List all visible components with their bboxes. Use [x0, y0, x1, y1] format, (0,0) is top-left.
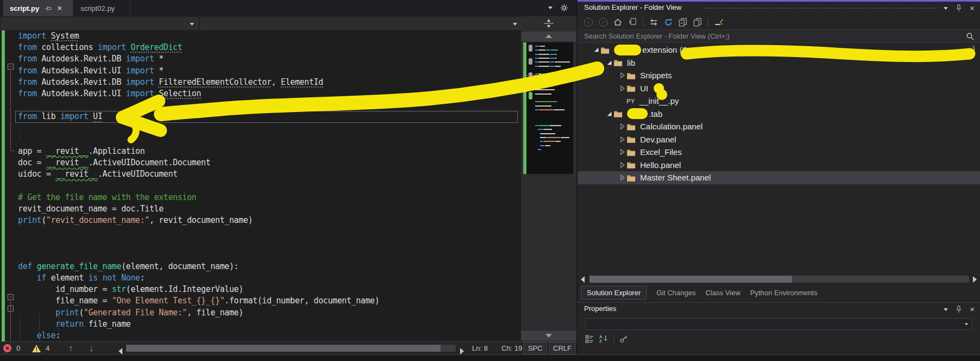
tree-item[interactable]: Snippets: [578, 69, 980, 82]
scrollbar-thumb[interactable]: [126, 345, 441, 352]
code-line[interactable]: print("Generated File Name:", file_name): [0, 307, 521, 319]
horizontal-scrollbar[interactable]: [126, 345, 456, 352]
code-line[interactable]: print("revit_document_name:", revit_docu…: [0, 215, 521, 226]
line-ending-indicator[interactable]: CRLF: [549, 342, 575, 354]
refresh-icon[interactable]: [664, 18, 673, 27]
minimap[interactable]: [523, 42, 573, 174]
tool-window-tab-class-view[interactable]: Class View: [705, 289, 740, 297]
close-tab-icon[interactable]: ×: [57, 4, 62, 12]
pin-icon[interactable]: [956, 4, 962, 12]
code-line[interactable]: else:: [0, 330, 521, 341]
code-line[interactable]: [0, 134, 521, 146]
solution-explorer-search[interactable]: Search Solution Explorer - Folder View (…: [578, 29, 980, 43]
code-line[interactable]: from Autodesk.Revit.DB import FilteredEl…: [0, 77, 521, 88]
code-line[interactable]: uidoc = __revit__.ActiveUIDocument: [0, 169, 521, 180]
code-editor[interactable]: import Systemfrom collections import Ord…: [0, 30, 521, 341]
tree-item[interactable]: UI: [578, 82, 980, 95]
close-icon[interactable]: ×: [970, 4, 975, 12]
home-icon[interactable]: [613, 18, 622, 26]
search-icon[interactable]: [966, 32, 975, 41]
editor-settings-gear-icon[interactable]: [560, 4, 568, 12]
tab-script02-py[interactable]: script02.py: [74, 0, 131, 16]
tool-window-tab-python-environments[interactable]: Python Environments: [750, 289, 817, 297]
show-all-files-icon[interactable]: [693, 18, 702, 27]
warning-icon[interactable]: !: [32, 342, 41, 354]
sync-with-active-document-icon[interactable]: [649, 18, 658, 26]
pin-icon[interactable]: [956, 306, 962, 313]
collapse-all-icon[interactable]: [679, 18, 687, 27]
fold-toggle-icon[interactable]: [8, 294, 14, 300]
code-line[interactable]: def generate_file_name(element, document…: [0, 261, 521, 272]
tree-item[interactable]: Hello.panel: [578, 159, 980, 172]
solution-explorer-title-bar[interactable]: Solution Explorer - Folder View ×: [578, 2, 980, 15]
tree-item[interactable]: extension (C: [578, 43, 980, 57]
code-line[interactable]: app = __revit__.Application: [0, 146, 521, 157]
nav-project-dropdown[interactable]: [1, 18, 198, 29]
tree-item[interactable]: lib: [578, 57, 980, 70]
tree-item[interactable]: PY__init__.py: [578, 95, 980, 108]
tree-item[interactable]: Dev.panel: [578, 133, 980, 146]
code-line[interactable]: return file_name: [0, 319, 521, 330]
code-line[interactable]: [0, 238, 521, 249]
collapsed-arrow-icon[interactable]: [618, 85, 627, 91]
tool-window-tab-solution-explorer[interactable]: Solution Explorer: [581, 286, 647, 300]
scroll-left-icon[interactable]: [581, 276, 585, 283]
split-editor-handle-icon[interactable]: [543, 19, 554, 28]
categorized-icon[interactable]: [585, 335, 594, 343]
scroll-right-icon[interactable]: [973, 276, 977, 283]
preview-selected-items-icon[interactable]: [715, 18, 723, 26]
tree-item[interactable]: .tab: [578, 108, 980, 121]
switch-views-icon[interactable]: [628, 18, 637, 26]
code-line[interactable]: [0, 180, 521, 191]
code-line[interactable]: [0, 250, 521, 261]
tree-item[interactable]: Excel_Files: [578, 146, 980, 159]
error-count[interactable]: ✕: [3, 342, 11, 354]
code-line[interactable]: [0, 226, 521, 238]
code-line[interactable]: [0, 99, 521, 111]
window-position-chevron-icon[interactable]: [944, 308, 948, 311]
collapsed-arrow-icon[interactable]: [618, 175, 627, 180]
alphabetical-sort-icon[interactable]: AZ: [599, 334, 608, 343]
collapsed-arrow-icon[interactable]: [618, 149, 627, 155]
window-position-chevron-icon[interactable]: [944, 7, 948, 10]
minimap-column[interactable]: [521, 16, 576, 341]
scrollbar-thumb[interactable]: [590, 276, 792, 283]
code-line[interactable]: import System: [0, 30, 521, 42]
indentation-indicator[interactable]: SPC: [523, 342, 547, 354]
code-line[interactable]: doc = __revit__.ActiveUIDocument.Documen…: [0, 157, 521, 169]
code-line[interactable]: from Autodesk.Revit.DB import *: [0, 53, 521, 65]
fold-toggle-icon[interactable]: [8, 64, 14, 70]
property-pages-key-icon[interactable]: [619, 335, 628, 343]
collapsed-arrow-icon[interactable]: [618, 72, 627, 78]
tab-script-py[interactable]: script.py ×: [3, 0, 73, 16]
properties-object-dropdown[interactable]: [585, 318, 972, 330]
nav-member-dropdown[interactable]: [200, 18, 521, 29]
code-line[interactable]: from lib import UI: [0, 111, 521, 122]
code-line[interactable]: revit_document_name = doc.Title: [0, 203, 521, 215]
code-line[interactable]: from Autodesk.Revit.UI import Selection: [0, 88, 521, 99]
tree-horizontal-scrollbar[interactable]: [578, 275, 980, 284]
back-button[interactable]: ‹: [584, 18, 593, 27]
pin-icon[interactable]: [45, 5, 52, 12]
code-line[interactable]: [0, 123, 521, 134]
tab-list-chevron-icon[interactable]: [548, 7, 553, 9]
tree-item[interactable]: Calculation.panel: [578, 120, 980, 133]
properties-title-bar[interactable]: Properties ×: [578, 303, 980, 316]
collapsed-arrow-icon[interactable]: [618, 123, 627, 129]
tree-item[interactable]: Master Sheet.panel: [578, 171, 980, 184]
expanded-arrow-icon[interactable]: [592, 47, 600, 53]
code-line[interactable]: id_number = str(element.Id.IntegerValue): [0, 284, 521, 295]
forward-button[interactable]: ›: [599, 18, 607, 27]
scroll-down-button[interactable]: [521, 331, 576, 340]
expanded-arrow-icon[interactable]: [605, 60, 613, 66]
code-line[interactable]: # Get the file name with the extension: [0, 192, 521, 203]
navigate-up-icon[interactable]: ↑: [69, 342, 73, 354]
close-icon[interactable]: ×: [970, 306, 975, 313]
code-line[interactable]: if element is not None:: [0, 272, 521, 284]
collapsed-arrow-icon[interactable]: [618, 136, 627, 142]
scroll-up-button[interactable]: [521, 32, 576, 41]
tool-window-tab-git-changes[interactable]: Git Changes: [656, 289, 696, 297]
expanded-arrow-icon[interactable]: [605, 111, 613, 117]
code-line[interactable]: from collections import OrderedDict: [0, 42, 521, 53]
collapsed-arrow-icon[interactable]: [618, 162, 627, 168]
